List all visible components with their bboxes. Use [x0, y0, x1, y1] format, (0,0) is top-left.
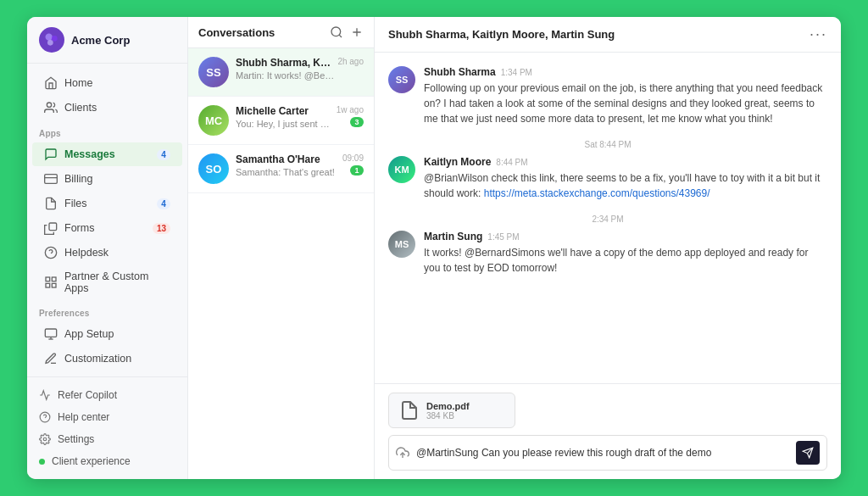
msg-sender: Shubh Sharma [424, 66, 496, 78]
helpdesk-icon [44, 246, 58, 259]
svg-rect-10 [52, 277, 56, 281]
conv-name: Shubh Sharma, Kaitlyn Moore, Marti... [236, 57, 334, 69]
help-icon [39, 411, 51, 423]
sidebar-item-files-label: Files [64, 198, 86, 209]
forms-badge: 13 [153, 223, 170, 234]
sidebar-item-messages-label: Messages [64, 148, 115, 160]
sidebar-item-billing-label: Billing [64, 173, 92, 185]
msg-link[interactable]: https://meta.stackexchange.com/questions… [484, 187, 710, 199]
chat-input[interactable] [416, 447, 796, 459]
conv-time: 2h ago [337, 57, 364, 66]
sidebar-item-forms[interactable]: Forms 13 [32, 216, 182, 240]
sidebar-item-help[interactable]: Help center [27, 406, 187, 428]
customization-icon [44, 352, 58, 365]
conv-badge: 3 [350, 117, 364, 127]
sidebar-item-settings[interactable]: Settings [27, 428, 187, 450]
more-options-button[interactable]: ··· [810, 25, 827, 43]
conversations-panel: Conversations SS Shubh Sharma, Kaitlyn M… [188, 17, 375, 479]
sidebar-item-appsetup[interactable]: App Setup [32, 322, 182, 346]
conversation-item[interactable]: MC Michelle Carter You: Hey, I just sent… [188, 97, 374, 145]
svg-rect-4 [45, 175, 58, 184]
client-exp-label: Client experience [52, 455, 131, 467]
sidebar-item-client-exp[interactable]: Client experience [27, 450, 187, 472]
conv-info: Michelle Carter You: Hey, I just sent ov… [236, 105, 333, 129]
upload-icon[interactable] [396, 446, 409, 460]
message-group: SS Shubh Sharma 1:34 PM Following up on … [388, 66, 827, 126]
files-icon [44, 197, 58, 210]
msg-content: Kaitlyn Moore 8:44 PM @BrianWilson check… [424, 156, 827, 201]
company-name: Acme Corp [71, 34, 130, 47]
settings-icon [39, 433, 51, 445]
sidebar-item-clients[interactable]: Clients [32, 96, 182, 120]
conversation-item[interactable]: SS Shubh Sharma, Kaitlyn Moore, Marti...… [188, 48, 374, 97]
sidebar-item-billing[interactable]: Billing [32, 167, 182, 191]
send-button[interactable] [796, 441, 820, 465]
company-logo [39, 27, 64, 53]
attachment-preview: Demo.pdf 384 KB [388, 393, 515, 428]
refer-icon [39, 389, 51, 401]
sidebar-item-helpdesk[interactable]: Helpdesk [32, 241, 182, 265]
conv-preview: Samantha: That's great! [236, 167, 339, 177]
send-icon [802, 447, 814, 459]
svg-point-0 [46, 34, 53, 41]
msg-time: 1:34 PM [501, 68, 532, 77]
message-group: MS Martin Sung 1:45 PM It works! @Bernar… [388, 231, 827, 276]
clients-icon [44, 101, 58, 114]
msg-sender: Martin Sung [424, 231, 482, 242]
svg-line-20 [339, 35, 342, 37]
svg-rect-12 [46, 283, 50, 287]
apps-section-label: Apps [27, 120, 187, 142]
svg-rect-9 [46, 277, 50, 281]
msg-time: 1:45 PM [487, 232, 519, 242]
chat-header-title: Shubh Sharma, Kaitlyn Moore, Martin Sung [388, 28, 810, 41]
sidebar-item-messages[interactable]: Messages 4 [32, 142, 182, 166]
online-dot [39, 459, 45, 465]
svg-rect-6 [49, 223, 57, 231]
conv-name: Samantha O'Hare [236, 153, 339, 165]
search-icon[interactable] [330, 25, 343, 39]
files-badge: 4 [157, 198, 170, 209]
msg-sender: Kaitlyn Moore [424, 156, 491, 168]
sidebar-item-customization[interactable]: Customization [32, 347, 182, 371]
conv-meta: 1w ago 3 [337, 105, 364, 127]
sidebar-item-partner[interactable]: Partner & Custom Apps [32, 265, 182, 299]
avatar: MC [198, 105, 229, 136]
sidebar-item-home[interactable]: Home [32, 71, 182, 95]
refer-label: Refer Copilot [58, 389, 117, 401]
settings-label: Settings [58, 433, 94, 445]
sidebar-nav: Home Clients Apps Messages 4 [27, 64, 187, 376]
avatar: SS [388, 66, 415, 93]
file-icon [399, 400, 420, 421]
svg-point-18 [43, 437, 47, 441]
conv-time: 1w ago [337, 105, 364, 114]
sidebar-item-files[interactable]: Files 4 [32, 192, 182, 215]
attachment-size: 384 KB [426, 411, 470, 421]
message-group: KM Kaitlyn Moore 8:44 PM @BrianWilson ch… [388, 156, 827, 201]
sidebar-header: Acme Corp [27, 17, 187, 64]
conversation-item[interactable]: SO Samantha O'Hare Samantha: That's grea… [188, 145, 374, 193]
partner-icon [44, 276, 58, 289]
svg-rect-11 [52, 283, 56, 287]
message-divider: 2:34 PM [388, 215, 827, 224]
avatar: KM [388, 156, 415, 183]
sidebar-item-forms-label: Forms [64, 222, 94, 234]
prefs-section-label: Preferences [27, 300, 187, 321]
chat-input-row [388, 435, 827, 471]
add-conversation-icon[interactable] [350, 25, 364, 39]
svg-point-2 [47, 40, 53, 46]
conv-preview: Martin: It works! @BernardSimons we... [236, 70, 334, 81]
conv-badge: 1 [350, 165, 364, 176]
billing-icon [44, 172, 58, 186]
msg-text: Following up on your previous email on t… [424, 81, 827, 126]
sidebar-item-helpdesk-label: Helpdesk [64, 247, 108, 259]
sidebar-item-refer[interactable]: Refer Copilot [27, 384, 187, 406]
app-container: Acme Corp Home Clients Apps [27, 17, 841, 479]
conv-meta: 2h ago [337, 57, 364, 69]
svg-point-19 [331, 27, 341, 36]
conv-name: Michelle Carter [236, 105, 333, 117]
sidebar: Acme Corp Home Clients Apps [27, 17, 188, 479]
svg-rect-13 [45, 329, 56, 337]
help-label: Help center [58, 411, 109, 423]
msg-time: 8:44 PM [496, 158, 527, 167]
appsetup-icon [44, 327, 58, 341]
